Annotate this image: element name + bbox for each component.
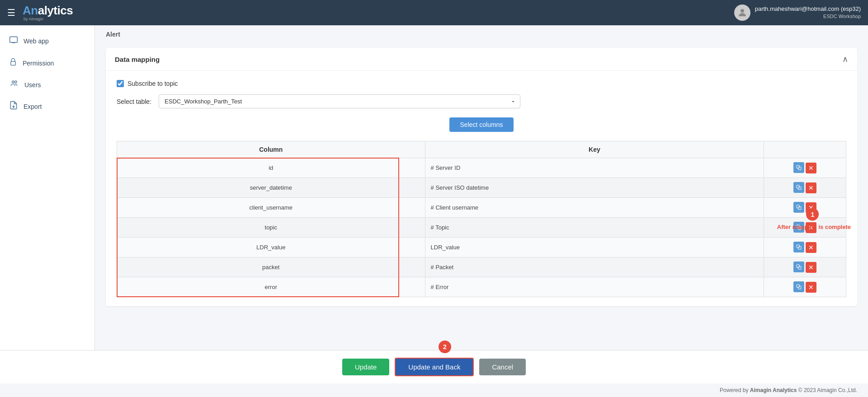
select-table-dropdown[interactable]: ESDC_Workshop_Parth_Test [159,94,520,108]
svg-rect-1 [10,37,18,42]
key-header: Key [425,141,764,158]
footer-text-suffix: © 2023 Aimagin Co.,Ltd. [797,387,857,393]
annotation-1-container: 1 After mapping is complete [774,208,851,230]
annotation-2-badge: 2 [439,341,451,353]
copy-button[interactable] [793,242,804,252]
user-info-container: parth.maheshwari@hotmail.com (esp32) ESD… [734,5,861,21]
brand-sub: by Aimagin [24,17,73,21]
sidebar-item-permission[interactable]: Permission [0,52,94,74]
key-cell: # Client username [425,198,764,218]
collapse-icon[interactable]: ∧ [842,54,848,64]
action-cell: ✕ [764,158,846,178]
column-cell: topic [117,218,425,238]
update-button[interactable]: Update [342,359,389,375]
data-mapping-section: Data mapping ∧ Subscribe to topic Select… [106,48,857,306]
svg-rect-2 [11,61,16,65]
subscribe-label: Subscribe to topic [127,80,178,87]
annotation-1-badge: 1 [806,208,819,221]
table-row: id# Server ID✕ [117,158,846,178]
table-row: LDR_valueLDR_value✕ [117,238,846,257]
key-cell: # Server ID [425,158,764,178]
sidebar-item-web-app[interactable]: Web app [0,30,94,52]
user-details: parth.maheshwari@hotmail.com (esp32) ESD… [755,5,861,20]
section-title: Data mapping [115,56,160,63]
subscribe-row: Subscribe to topic [117,80,846,87]
table-row: error# Error✕ [117,277,846,297]
subscribe-checkbox[interactable] [117,80,124,87]
table-highlight-wrap: Column Key id# Server ID✕server_datetime… [117,141,846,297]
annotation-1-text: After mapping is complete [777,224,851,230]
permission-icon [9,57,17,69]
navbar: ☰ Analytics by Aimagin parth.maheshwari@… [0,0,868,25]
avatar [734,5,750,21]
user-workshop: ESDC Workshop [755,13,861,20]
action-cell: ✕ [764,238,846,257]
web-app-icon [9,35,18,47]
svg-point-4 [15,81,17,83]
sidebar-label-export: Export [24,103,42,110]
key-cell: # Packet [425,257,764,277]
delete-button[interactable]: ✕ [806,262,816,273]
mapping-table: Column Key id# Server ID✕server_datetime… [117,141,846,297]
section-header: Data mapping ∧ [106,48,857,71]
export-icon [9,101,18,112]
sidebar-label-users: Users [24,81,41,89]
delete-button[interactable]: ✕ [806,242,816,253]
copy-button[interactable] [793,281,804,292]
column-cell: id [117,158,425,178]
action-cell: ✕ [764,257,846,277]
copy-button[interactable] [793,262,804,272]
footer: Powered by Aimagin Analytics © 2023 Aima… [0,383,868,397]
users-icon [9,79,19,90]
delete-button[interactable]: ✕ [806,282,816,293]
action-cell: ✕ [764,277,846,297]
cancel-button[interactable]: Cancel [479,359,526,375]
select-table-row: Select table: ESDC_Workshop_Parth_Test [117,94,846,108]
col-header: Column [117,141,425,158]
copy-button[interactable] [793,182,804,193]
sidebar: Web app Permission Users Export [0,25,95,350]
column-cell: LDR_value [117,238,425,257]
copy-button[interactable] [793,162,804,173]
sidebar-item-export[interactable]: Export [0,95,94,117]
section-body: Subscribe to topic Select table: ESDC_Wo… [106,71,857,306]
sidebar-label-web-app: Web app [24,37,49,45]
key-cell: LDR_value [425,238,764,257]
brand-logo: Analytics [23,5,73,16]
delete-button[interactable]: ✕ [806,163,816,173]
table-row: server_datetime# Server ISO datetime✕ [117,178,846,198]
column-cell: client_username [117,198,425,218]
bottom-bar: 2 Update Update and Back Cancel [0,350,868,383]
sidebar-label-permission: Permission [23,60,54,67]
select-table-wrapper: ESDC_Workshop_Parth_Test [159,94,529,108]
key-cell: # Topic [425,218,764,238]
table-row: client_username# Client username✕ [117,198,846,218]
update-and-back-button[interactable]: Update and Back [395,358,474,376]
key-cell: # Server ISO datetime [425,178,764,198]
table-row: topic# Topic✕ [117,218,846,238]
footer-brand: Aimagin Analytics [750,387,797,393]
main-content: Alert Data mapping ∧ Subscribe to topic … [95,25,868,350]
alert-section-label: Alert [95,25,868,41]
brand-rest: alytics [38,5,73,16]
svg-point-0 [741,9,744,13]
column-cell: error [117,277,425,297]
footer-text-prefix: Powered by [720,387,750,393]
brand-wrap: Analytics by Aimagin [23,5,73,21]
select-table-label: Select table: [117,98,151,105]
menu-icon[interactable]: ☰ [7,7,15,18]
column-cell: packet [117,257,425,277]
brand-an: An [23,5,38,16]
sidebar-item-users[interactable]: Users [0,74,94,95]
delete-button[interactable]: ✕ [806,182,816,193]
select-columns-button[interactable]: Select columns [449,117,514,132]
svg-point-3 [12,81,14,83]
action-header [764,141,846,158]
key-cell: # Error [425,277,764,297]
action-cell: ✕ [764,178,846,198]
user-email: parth.maheshwari@hotmail.com (esp32) [755,5,861,13]
column-cell: server_datetime [117,178,425,198]
layout: Web app Permission Users Export Alert [0,25,868,350]
table-row: packet# Packet✕ [117,257,846,277]
